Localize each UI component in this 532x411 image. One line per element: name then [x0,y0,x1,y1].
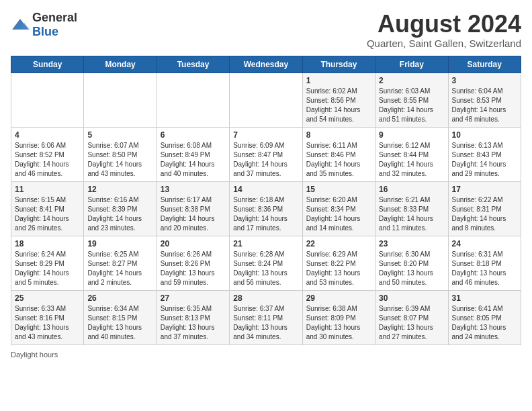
calendar-cell: 3Sunrise: 6:04 AM Sunset: 8:53 PM Daylig… [448,73,521,127]
day-number: 1 [306,76,371,85]
day-of-week-header: Sunday [11,56,84,73]
day-number: 10 [452,130,517,140]
footer-note: Daylight hours [11,351,521,359]
day-number: 16 [379,185,444,194]
day-of-week-header: Friday [375,56,448,73]
day-number: 26 [87,293,152,303]
calendar-cell: 19Sunrise: 6:25 AM Sunset: 8:27 PM Dayli… [84,236,157,290]
day-number: 5 [87,130,152,140]
day-info: Sunrise: 6:41 AM Sunset: 8:05 PM Dayligh… [452,304,517,342]
calendar-cell: 8Sunrise: 6:11 AM Sunset: 8:46 PM Daylig… [302,127,375,181]
location-subtitle: Quarten, Saint Gallen, Switzerland [367,38,521,49]
calendar-cell: 12Sunrise: 6:16 AM Sunset: 8:39 PM Dayli… [84,181,157,236]
day-number: 14 [233,185,298,194]
calendar-cell: 24Sunrise: 6:31 AM Sunset: 8:18 PM Dayli… [448,236,521,290]
day-info: Sunrise: 6:33 AM Sunset: 8:16 PM Dayligh… [15,304,80,342]
logo-blue: Blue [32,25,58,38]
calendar-cell: 4Sunrise: 6:06 AM Sunset: 8:52 PM Daylig… [11,127,84,181]
day-info: Sunrise: 6:28 AM Sunset: 8:24 PM Dayligh… [233,250,298,287]
day-info: Sunrise: 6:03 AM Sunset: 8:55 PM Dayligh… [379,87,444,124]
day-number: 9 [379,130,444,140]
calendar-cell: 22Sunrise: 6:29 AM Sunset: 8:22 PM Dayli… [302,236,375,290]
day-number: 11 [15,185,80,194]
calendar-cell: 21Sunrise: 6:28 AM Sunset: 8:24 PM Dayli… [230,236,302,290]
day-info: Sunrise: 6:02 AM Sunset: 8:56 PM Dayligh… [306,87,371,124]
calendar-cell: 17Sunrise: 6:22 AM Sunset: 8:31 PM Dayli… [448,181,521,236]
day-number: 20 [161,239,226,248]
month-title: August 2024 [367,11,521,38]
calendar-cell: 2Sunrise: 6:03 AM Sunset: 8:55 PM Daylig… [375,73,448,127]
day-number: 22 [306,239,371,248]
day-number: 23 [379,239,444,248]
calendar-cell [84,73,157,127]
calendar-cell: 10Sunrise: 6:13 AM Sunset: 8:43 PM Dayli… [448,127,521,181]
calendar-cell: 18Sunrise: 6:24 AM Sunset: 8:29 PM Dayli… [11,236,84,290]
day-info: Sunrise: 6:25 AM Sunset: 8:27 PM Dayligh… [87,250,152,287]
calendar-cell: 16Sunrise: 6:21 AM Sunset: 8:33 PM Dayli… [375,181,448,236]
day-info: Sunrise: 6:07 AM Sunset: 8:50 PM Dayligh… [87,141,152,179]
calendar-cell: 28Sunrise: 6:37 AM Sunset: 8:11 PM Dayli… [230,290,302,345]
day-number: 8 [306,130,371,140]
day-info: Sunrise: 6:09 AM Sunset: 8:47 PM Dayligh… [233,141,298,179]
calendar-cell [157,73,229,127]
calendar-week-row: 4Sunrise: 6:06 AM Sunset: 8:52 PM Daylig… [11,127,521,181]
day-of-week-header: Monday [84,56,157,73]
day-info: Sunrise: 6:15 AM Sunset: 8:41 PM Dayligh… [15,195,80,233]
day-number: 31 [452,293,517,303]
day-info: Sunrise: 6:24 AM Sunset: 8:29 PM Dayligh… [15,250,80,287]
day-info: Sunrise: 6:26 AM Sunset: 8:26 PM Dayligh… [161,250,226,287]
day-info: Sunrise: 6:06 AM Sunset: 8:52 PM Dayligh… [15,141,80,179]
day-number: 12 [87,185,152,194]
day-info: Sunrise: 6:20 AM Sunset: 8:34 PM Dayligh… [306,195,371,233]
calendar-cell: 27Sunrise: 6:35 AM Sunset: 8:13 PM Dayli… [157,290,229,345]
calendar-cell: 7Sunrise: 6:09 AM Sunset: 8:47 PM Daylig… [230,127,302,181]
calendar-cell: 15Sunrise: 6:20 AM Sunset: 8:34 PM Dayli… [302,181,375,236]
calendar-week-row: 18Sunrise: 6:24 AM Sunset: 8:29 PM Dayli… [11,236,521,290]
day-info: Sunrise: 6:12 AM Sunset: 8:44 PM Dayligh… [379,141,444,179]
header: General Blue August 2024 Quarten, Saint … [11,11,521,49]
day-number: 4 [15,130,80,140]
day-number: 17 [452,185,517,194]
day-of-week-header: Thursday [302,56,375,73]
day-number: 3 [452,76,517,85]
calendar-week-row: 1Sunrise: 6:02 AM Sunset: 8:56 PM Daylig… [11,73,521,127]
day-number: 6 [161,130,226,140]
day-info: Sunrise: 6:30 AM Sunset: 8:20 PM Dayligh… [379,250,444,287]
calendar-cell: 23Sunrise: 6:30 AM Sunset: 8:20 PM Dayli… [375,236,448,290]
calendar-cell: 6Sunrise: 6:08 AM Sunset: 8:49 PM Daylig… [157,127,229,181]
day-info: Sunrise: 6:34 AM Sunset: 8:15 PM Dayligh… [87,304,152,342]
day-info: Sunrise: 6:18 AM Sunset: 8:36 PM Dayligh… [233,195,298,233]
calendar-cell: 13Sunrise: 6:17 AM Sunset: 8:38 PM Dayli… [157,181,229,236]
day-number: 18 [15,239,80,248]
calendar-table: SundayMondayTuesdayWednesdayThursdayFrid… [11,56,521,345]
day-info: Sunrise: 6:17 AM Sunset: 8:38 PM Dayligh… [161,195,226,233]
calendar-cell: 9Sunrise: 6:12 AM Sunset: 8:44 PM Daylig… [375,127,448,181]
calendar-cell [11,73,84,127]
calendar-cell: 14Sunrise: 6:18 AM Sunset: 8:36 PM Dayli… [230,181,302,236]
day-number: 7 [233,130,298,140]
calendar-week-row: 25Sunrise: 6:33 AM Sunset: 8:16 PM Dayli… [11,290,521,345]
day-info: Sunrise: 6:29 AM Sunset: 8:22 PM Dayligh… [306,250,371,287]
day-info: Sunrise: 6:21 AM Sunset: 8:33 PM Dayligh… [379,195,444,233]
day-info: Sunrise: 6:11 AM Sunset: 8:46 PM Dayligh… [306,141,371,179]
day-info: Sunrise: 6:16 AM Sunset: 8:39 PM Dayligh… [87,195,152,233]
day-number: 27 [161,293,226,303]
day-number: 24 [452,239,517,248]
day-number: 2 [379,76,444,85]
day-info: Sunrise: 6:37 AM Sunset: 8:11 PM Dayligh… [233,304,298,342]
day-number: 15 [306,185,371,194]
day-info: Sunrise: 6:13 AM Sunset: 8:43 PM Dayligh… [452,141,517,179]
day-info: Sunrise: 6:04 AM Sunset: 8:53 PM Dayligh… [452,87,517,124]
calendar-cell: 20Sunrise: 6:26 AM Sunset: 8:26 PM Dayli… [157,236,229,290]
day-number: 25 [15,293,80,303]
day-of-week-header: Saturday [448,56,521,73]
day-info: Sunrise: 6:39 AM Sunset: 8:07 PM Dayligh… [379,304,444,342]
logo-general: General [32,11,77,24]
day-number: 21 [233,239,298,248]
day-number: 29 [306,293,371,303]
calendar-cell: 5Sunrise: 6:07 AM Sunset: 8:50 PM Daylig… [84,127,157,181]
calendar-cell: 1Sunrise: 6:02 AM Sunset: 8:56 PM Daylig… [302,73,375,127]
day-info: Sunrise: 6:35 AM Sunset: 8:13 PM Dayligh… [161,304,226,342]
calendar-cell: 26Sunrise: 6:34 AM Sunset: 8:15 PM Dayli… [84,290,157,345]
day-number: 30 [379,293,444,303]
